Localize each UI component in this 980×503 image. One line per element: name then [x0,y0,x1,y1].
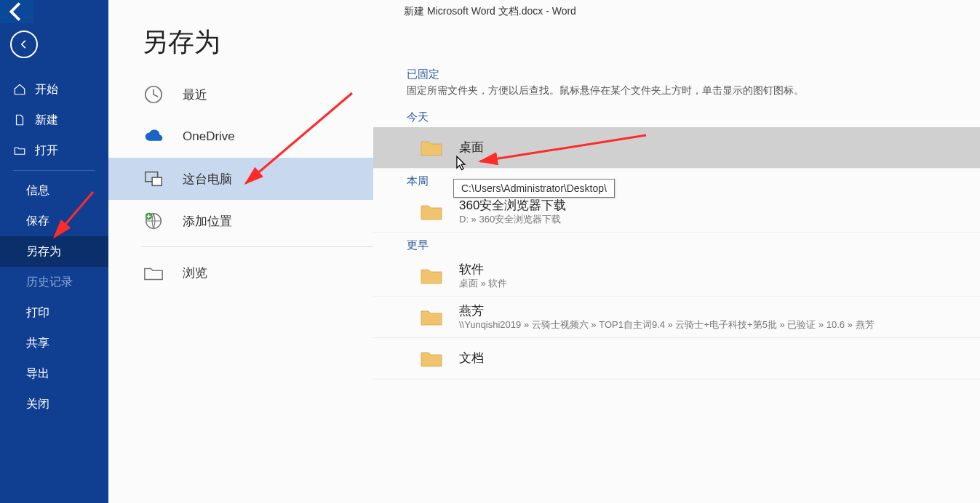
nav-label: 历史记录 [26,275,73,290]
open-icon [13,144,26,157]
window-title: 新建 Microsoft Word 文档.docx - Word [404,5,576,18]
folder-icon [142,262,165,283]
home-icon [13,83,26,96]
title-bar: 新建 Microsoft Word 文档.docx - Word [0,0,980,23]
option-browse[interactable]: 浏览 [108,252,373,294]
option-label: 浏览 [183,265,207,281]
folder-icon [418,265,445,286]
folder-icon [418,201,445,222]
folder-list: 已固定固定所需文件夹，方便以后查找。鼠标悬停在某个文件夹上方时，单击显示的图钉图… [373,68,980,379]
main-area: 另存为 最近OneDrive这台电脑添加位置浏览 已固定固定所需文件夹，方便以后… [108,0,980,503]
page-title: 另存为 [142,25,980,60]
folder-row[interactable]: 软件桌面 » 软件 [373,255,980,297]
pinned-desc: 固定所需文件夹，方便以后查找。鼠标悬停在某个文件夹上方时，单击显示的图钉图标。 [407,84,980,97]
pinned-title: 已固定 [407,68,980,81]
nav-item-share[interactable]: 共享 [0,328,108,358]
folder-icon [418,307,445,327]
folder-row[interactable]: 燕芳\\Yunqishi2019 » 云骑士视频六 » TOP1自主词9.4 »… [373,297,980,338]
cloud-icon [142,126,165,148]
folder-name: 软件 [459,262,507,278]
nav-item-start[interactable]: 开始 [0,74,108,105]
option-label: 这台电脑 [183,171,232,188]
nav-item-export[interactable]: 导出 [0,358,108,389]
nav-item-save[interactable]: 保存 [0,206,108,236]
new-icon [13,113,26,126]
option-label: OneDrive [183,129,235,144]
folder-row[interactable]: 文档 [373,338,980,379]
back-small-icon[interactable] [0,0,33,23]
nav-label: 新建 [35,113,58,128]
pc-icon [142,168,165,190]
folder-path: \\Yunqishi2019 » 云骑士视频六 » TOP1自主词9.4 » 云… [459,319,875,331]
nav-label: 保存 [26,214,49,229]
nav-label: 打印 [26,305,49,321]
back-button[interactable] [10,31,38,58]
folder-path: D: » 360安全浏览器下载 [459,214,566,226]
option-label: 添加位置 [183,213,232,230]
nav-item-print[interactable]: 打印 [0,297,108,328]
clock-icon [142,84,165,105]
nav-label: 信息 [26,183,49,198]
option-onedrive[interactable]: OneDrive [108,116,373,158]
backstage-sidebar: 开始新建打开信息保存另存为历史记录打印共享导出关闭 [0,0,108,503]
nav-label: 另存为 [26,244,61,259]
globeplus-icon [142,210,165,232]
folder-icon [418,348,445,369]
nav-label: 导出 [26,366,49,382]
nav-label: 关闭 [26,397,49,412]
nav-item-open[interactable]: 打开 [0,135,108,166]
option-thispc[interactable]: 这台电脑 [108,158,373,200]
folder-path: 桌面 » 软件 [459,278,507,290]
folder-name: 文档 [459,350,484,366]
folder-name: 360安全浏览器下载 [459,198,566,214]
nav-label: 开始 [35,82,58,97]
folder-name: 燕芳 [459,303,875,319]
folder-name: 桌面 [459,140,484,156]
folder-icon [418,137,445,158]
folder-row[interactable]: 桌面 [373,127,980,169]
nav-item-saveas[interactable]: 另存为 [0,236,108,267]
nav-item-history: 历史记录 [0,267,108,297]
nav-item-info[interactable]: 信息 [0,175,108,206]
path-tooltip: C:\Users\Administrator\Desktop\ [453,179,615,198]
location-options: 最近OneDrive这台电脑添加位置浏览 [108,68,373,379]
nav-label: 打开 [35,143,58,158]
nav-label: 共享 [26,336,49,351]
group-label: 更早 [407,238,980,252]
option-recent[interactable]: 最近 [108,73,373,116]
nav-item-new[interactable]: 新建 [0,105,108,135]
group-label: 今天 [407,110,980,124]
option-label: 最近 [183,86,207,103]
option-addplace[interactable]: 添加位置 [108,200,373,242]
svg-rect-2 [152,177,162,185]
nav-item-close[interactable]: 关闭 [0,389,108,419]
